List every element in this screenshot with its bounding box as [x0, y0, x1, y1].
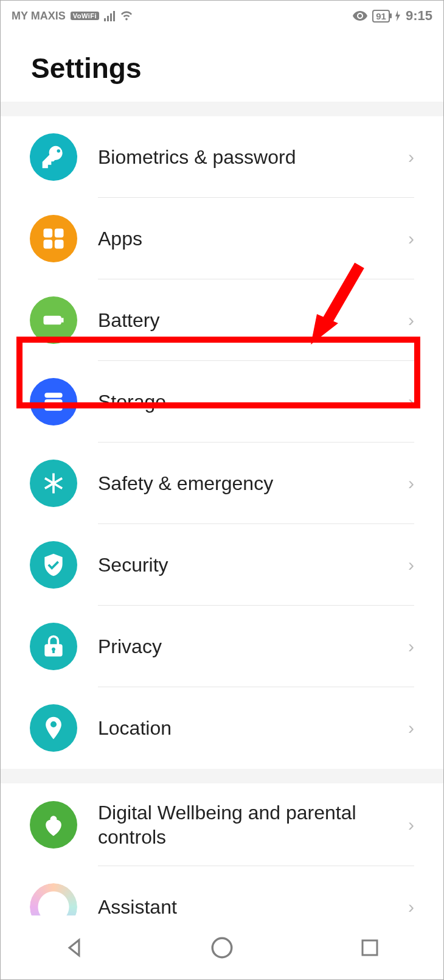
svg-rect-2 [44, 240, 53, 249]
chevron-right-icon: › [408, 814, 414, 835]
pin-icon [30, 704, 77, 752]
chevron-right-icon: › [408, 718, 414, 738]
svg-rect-3 [55, 240, 64, 249]
section-divider [1, 769, 443, 783]
shield-icon [30, 541, 77, 589]
item-label: Security [98, 553, 168, 577]
lock-icon [30, 623, 77, 670]
recents-square-icon [359, 937, 381, 959]
wifi-icon [120, 10, 133, 21]
settings-item-wellbeing[interactable]: Digital Wellbeing and parental controls … [1, 783, 443, 866]
svg-rect-7 [44, 399, 62, 404]
key-icon [30, 133, 77, 181]
clock: 9:15 [406, 8, 432, 24]
item-label: Biometrics & password [98, 145, 296, 169]
signal-icon [104, 10, 115, 21]
item-label: Digital Wellbeing and parental controls [98, 800, 401, 849]
asterisk-icon [30, 460, 77, 507]
settings-item-privacy[interactable]: Privacy › [1, 606, 443, 687]
eye-icon [353, 10, 367, 21]
item-label: Safety & emergency [98, 471, 273, 495]
settings-item-apps[interactable]: Apps › [1, 198, 443, 279]
svg-rect-16 [362, 940, 377, 955]
svg-point-15 [212, 938, 232, 957]
settings-item-location[interactable]: Location › [1, 687, 443, 769]
navigation-bar [1, 915, 443, 979]
section-divider [1, 102, 443, 116]
heart-icon [30, 801, 77, 849]
carrier-label: MY MAXIS [12, 10, 66, 23]
page-header: Settings [1, 31, 443, 102]
settings-item-storage[interactable]: Storage › [1, 361, 443, 443]
apps-icon [30, 215, 77, 262]
settings-item-biometrics[interactable]: Biometrics & password › [1, 116, 443, 198]
svg-rect-5 [61, 318, 64, 322]
back-button[interactable] [29, 926, 120, 969]
home-circle-icon [209, 935, 235, 961]
recents-button[interactable] [324, 926, 415, 969]
item-label: Privacy [98, 634, 162, 659]
settings-item-safety[interactable]: Safety & emergency › [1, 443, 443, 524]
item-label: Apps [98, 226, 142, 251]
chevron-right-icon: › [408, 228, 414, 249]
settings-item-battery[interactable]: Battery › [1, 279, 443, 361]
storage-icon [30, 378, 77, 425]
chevron-right-icon: › [408, 391, 414, 412]
settings-item-security[interactable]: Security › [1, 524, 443, 606]
chevron-right-icon: › [408, 310, 414, 331]
svg-rect-4 [44, 316, 61, 325]
chevron-right-icon: › [408, 473, 414, 494]
chevron-right-icon: › [408, 555, 414, 575]
item-label: Battery [98, 308, 159, 332]
chevron-right-icon: › [408, 636, 414, 657]
charging-icon [395, 10, 401, 21]
chevron-right-icon: › [408, 897, 414, 917]
svg-rect-0 [44, 229, 53, 238]
home-button[interactable] [176, 926, 268, 969]
item-label: Location [98, 716, 172, 740]
status-bar: MY MAXIS VoWiFi 91 9:15 [1, 1, 443, 31]
svg-rect-1 [55, 229, 64, 238]
item-label: Storage [98, 390, 166, 414]
svg-rect-6 [44, 393, 62, 397]
back-triangle-icon [63, 936, 86, 959]
page-title: Settings [31, 52, 413, 85]
settings-group-1: Biometrics & password › Apps › Battery ›… [1, 116, 443, 769]
vowifi-badge: VoWiFi [71, 12, 99, 20]
chevron-right-icon: › [408, 147, 414, 167]
battery-icon [30, 296, 77, 344]
svg-rect-8 [44, 405, 62, 410]
battery-indicator: 91 [372, 10, 390, 23]
